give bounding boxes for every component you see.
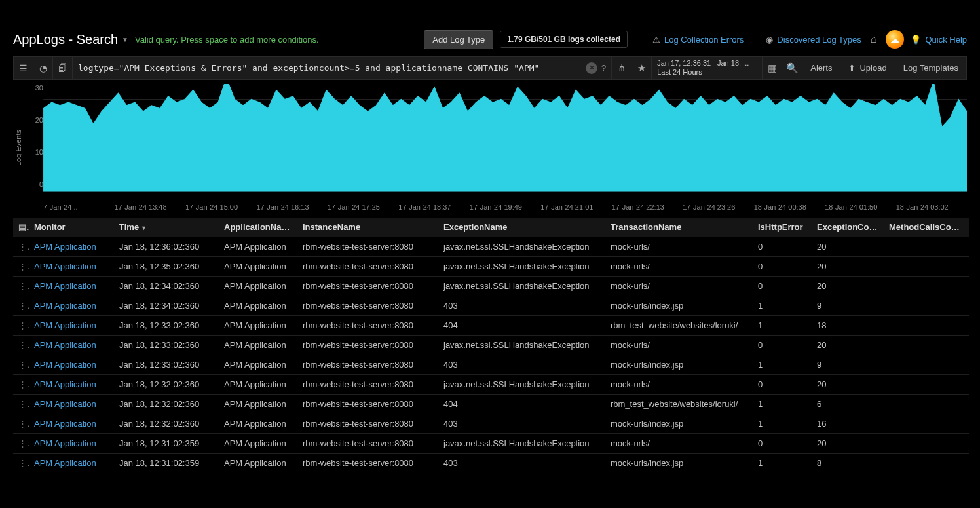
cell-cnt: 8 [812, 453, 884, 473]
monitor-link[interactable]: APM Application [34, 458, 96, 468]
query-help-icon[interactable]: ? [601, 63, 606, 73]
table-row[interactable]: ⋮APM ApplicationJan 18, 12:34:02:360APM … [13, 276, 969, 296]
row-menu-icon[interactable]: ⋮ [13, 355, 29, 374]
monitor-link[interactable]: APM Application [34, 301, 96, 311]
table-row[interactable]: ⋮APM ApplicationJan 18, 12:33:02:360APM … [13, 315, 969, 335]
table-row[interactable]: ⋮APM ApplicationJan 18, 12:35:02:360APM … [13, 256, 969, 276]
cell-exc: 403 [438, 453, 605, 473]
row-menu-icon[interactable]: ⋮ [13, 374, 29, 394]
row-menu-icon[interactable]: ⋮ [13, 296, 29, 315]
chart-x-tick: 17-Jan-24 22:13 [612, 203, 683, 211]
table-row[interactable]: ⋮APM ApplicationJan 18, 12:33:02:360APM … [13, 355, 969, 374]
monitor-link[interactable]: APM Application [34, 321, 96, 330]
cell-http: 1 [753, 296, 812, 315]
cell-app: APM Application [219, 394, 297, 414]
home-icon[interactable]: ⌂ [868, 33, 880, 45]
cell-exc: javax.net.ssl.SSLHandshakeException [438, 276, 605, 296]
row-menu-icon[interactable]: ⋮ [13, 276, 29, 296]
columns-icon[interactable]: ▤ [18, 222, 26, 232]
cell-http: 0 [753, 374, 812, 394]
cell-cnt: 6 [812, 394, 884, 414]
quick-help-link[interactable]: 💡 Quick Help [911, 35, 967, 45]
pie-chart-icon[interactable]: ◔ [33, 57, 53, 79]
add-log-type-button[interactable]: Add Log Type [424, 30, 493, 49]
cell-cnt: 20 [812, 374, 884, 394]
monitor-link[interactable]: APM Application [34, 399, 96, 409]
cell-app: APM Application [219, 315, 297, 335]
table-header-ishttperror[interactable]: IsHttpError [753, 218, 812, 237]
monitor-link[interactable]: APM Application [34, 419, 96, 429]
table-row[interactable]: ⋮APM ApplicationJan 18, 12:36:02:360APM … [13, 237, 969, 256]
table-header-instancename[interactable]: InstanceName [297, 218, 438, 237]
monitor-link[interactable]: APM Application [34, 281, 96, 291]
title-dropdown-icon[interactable]: ▼ [122, 36, 128, 43]
row-menu-icon[interactable]: ⋮ [13, 433, 29, 453]
table-header-exceptionname[interactable]: ExceptionName [438, 218, 605, 237]
discovered-log-types-link[interactable]: ◉ Discovered Log Types [766, 35, 861, 45]
row-menu-icon[interactable]: ⋮ [13, 237, 29, 256]
table-row[interactable]: ⋮APM ApplicationJan 18, 12:34:02:360APM … [13, 296, 969, 315]
cell-inst: rbm-website-test-server:8080 [297, 256, 438, 276]
table-header-exceptioncount[interactable]: ExceptionCount [812, 218, 884, 237]
upload-button[interactable]: ⬆ Upload [840, 57, 894, 79]
cell-txn: mock-urls/ [605, 276, 753, 296]
cell-http: 0 [753, 276, 812, 296]
log-collection-errors-link[interactable]: ⚠ Log Collection Errors [652, 35, 744, 45]
row-menu-icon[interactable]: ⋮ [13, 335, 29, 355]
cell-cnt: 18 [812, 315, 884, 335]
monitor-link[interactable]: APM Application [34, 360, 96, 370]
clear-query-icon[interactable]: ✕ [586, 62, 597, 74]
cell-app: APM Application [219, 256, 297, 276]
table-row[interactable]: ⋮APM ApplicationJan 18, 12:33:02:360APM … [13, 335, 969, 355]
cell-meth [884, 315, 969, 335]
page-title: AppLogs - Search [13, 32, 118, 47]
table-header-time[interactable]: Time▼ [114, 218, 219, 237]
monitor-link[interactable]: APM Application [34, 242, 96, 252]
cell-meth [884, 394, 969, 414]
date-range-picker[interactable]: Jan 17, 12:36:31 - Jan 18, ... Last 24 H… [651, 57, 763, 79]
row-menu-icon[interactable]: ⋮ [13, 394, 29, 414]
cell-txn: mock-urls/ [605, 433, 753, 453]
cell-meth [884, 335, 969, 355]
row-menu-icon[interactable]: ⋮ [13, 453, 29, 473]
chart-x-tick: 18-Jan-24 01:50 [825, 203, 895, 211]
row-menu-icon[interactable]: ⋮ [13, 315, 29, 335]
monitor-link[interactable]: APM Application [34, 262, 96, 271]
search-icon[interactable]: 🔍 [782, 57, 802, 79]
quick-help-label: Quick Help [925, 35, 967, 45]
log-templates-button[interactable]: Log Templates [895, 57, 966, 79]
chart-y-label: Log Events [13, 84, 24, 211]
cell-inst: rbm-website-test-server:8080 [297, 237, 438, 256]
cell-http: 1 [753, 394, 812, 414]
cell-cnt: 9 [812, 296, 884, 315]
table-row[interactable]: ⋮APM ApplicationJan 18, 12:32:02:360APM … [13, 414, 969, 433]
list-toggle-icon[interactable]: ☰ [14, 57, 33, 79]
cell-txn: rbm_test_website/websites/loruki/ [605, 394, 753, 414]
query-input[interactable] [78, 63, 582, 73]
alerts-button[interactable]: Alerts [802, 57, 840, 79]
assistant-orb-icon[interactable]: ☁ [886, 30, 904, 49]
table-header-transactionname[interactable]: TransactionName [605, 218, 753, 237]
table-header-methodcallscount[interactable]: MethodCallsCount [884, 218, 969, 237]
monitor-link[interactable]: APM Application [34, 340, 96, 350]
calendar-icon[interactable]: ▦ [763, 57, 782, 79]
table-row[interactable]: ⋮APM ApplicationJan 18, 12:32:02:360APM … [13, 394, 969, 414]
table-row[interactable]: ⋮APM ApplicationJan 18, 12:31:02:359APM … [13, 453, 969, 473]
log-events-chart[interactable]: Log Events 3020100 7-Jan-24 ..17-Jan-24 … [13, 84, 967, 211]
eye-icon: ◉ [766, 35, 773, 45]
table-header-applicationname[interactable]: ApplicationName [219, 218, 297, 237]
chart-x-tick: 17-Jan-24 16:13 [256, 203, 327, 211]
row-menu-icon[interactable]: ⋮ [13, 256, 29, 276]
share-icon[interactable]: ⋔ [612, 57, 631, 79]
table-row[interactable]: ⋮APM ApplicationJan 18, 12:32:02:360APM … [13, 374, 969, 394]
clipboard-icon[interactable]: 🗐 [53, 57, 73, 79]
row-menu-icon[interactable]: ⋮ [13, 414, 29, 433]
monitor-link[interactable]: APM Application [34, 380, 96, 389]
cell-meth [884, 276, 969, 296]
favorite-icon[interactable]: ★ [631, 57, 651, 79]
cell-inst: rbm-website-test-server:8080 [297, 355, 438, 374]
table-header-monitor[interactable]: Monitor [29, 218, 114, 237]
table-row[interactable]: ⋮APM ApplicationJan 18, 12:31:02:359APM … [13, 433, 969, 453]
query-status-hint: Valid query. Press space to add more con… [135, 35, 319, 45]
monitor-link[interactable]: APM Application [34, 439, 96, 448]
